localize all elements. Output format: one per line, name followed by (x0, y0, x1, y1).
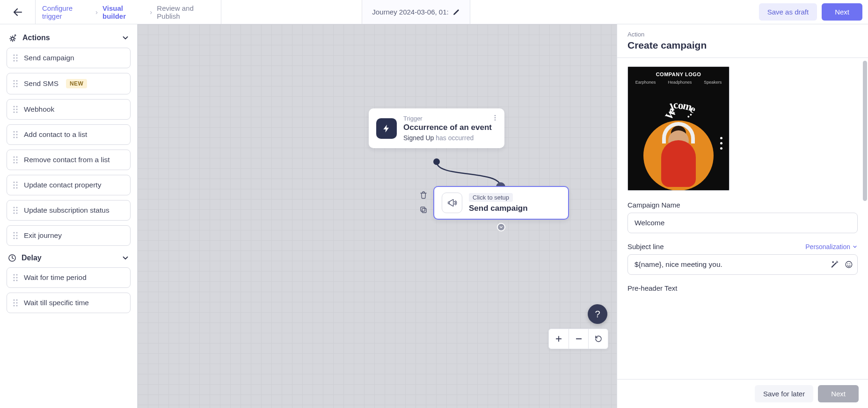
drag-handle-icon (13, 273, 18, 282)
node-trigger[interactable]: Trigger Occurrence of an event Signed Up… (369, 108, 504, 148)
emoji-button[interactable] (845, 260, 853, 269)
subject-input[interactable] (627, 254, 858, 275)
thumb-nav: Earphones Headphones Speakers (628, 80, 729, 85)
delay-label: Wait till specific time (24, 299, 89, 307)
panel-header: Action Create campaign (617, 24, 868, 58)
svg-point-61 (16, 305, 17, 306)
back-button[interactable] (0, 0, 36, 24)
svg-point-15 (13, 108, 15, 110)
top-bar: Configure trigger › Visual builder › Rev… (0, 0, 868, 24)
pencil-icon (452, 8, 460, 16)
svg-point-20 (16, 131, 17, 132)
svg-point-28 (16, 159, 17, 160)
action-add-to-list[interactable]: Add contact to a list (7, 124, 131, 145)
action-update-property[interactable]: Update contact property (7, 175, 131, 195)
drag-handle-icon (13, 79, 18, 88)
svg-point-22 (16, 134, 17, 135)
svg-point-69 (849, 264, 850, 265)
svg-point-42 (16, 212, 17, 214)
svg-point-43 (13, 232, 15, 233)
save-draft-button[interactable]: Save as draft (759, 3, 817, 21)
breadcrumb: Configure trigger › Visual builder › Rev… (36, 0, 221, 24)
svg-point-31 (13, 181, 15, 183)
delay-label: Wait for time period (24, 273, 87, 282)
node-tools (418, 190, 429, 215)
zoom-in-button[interactable] (549, 329, 569, 349)
svg-point-18 (16, 111, 17, 113)
delay-wait-specific[interactable]: Wait till specific time (7, 293, 131, 313)
svg-point-9 (13, 83, 15, 84)
svg-point-27 (13, 159, 15, 160)
svg-point-16 (16, 108, 17, 110)
field-campaign-name: Campaign Name (627, 201, 858, 233)
subject-label: Subject line (627, 243, 664, 251)
chevron-down-icon (121, 34, 130, 42)
journey-name-edit[interactable]: Journey 2024-03-06, 01: (362, 0, 470, 24)
svg-point-25 (13, 156, 15, 157)
svg-point-62 (495, 115, 496, 116)
svg-point-53 (16, 277, 17, 278)
svg-point-34 (16, 184, 17, 186)
panel-subtitle: Action (627, 31, 858, 38)
svg-point-30 (16, 162, 17, 163)
next-button[interactable]: Next (822, 3, 862, 21)
magic-wand-button[interactable] (831, 260, 839, 269)
action-remove-from-list[interactable]: Remove contact from a list (7, 150, 131, 170)
svg-point-8 (16, 80, 17, 81)
svg-point-1 (13, 54, 15, 56)
svg-rect-66 (421, 207, 425, 211)
svg-point-26 (16, 156, 17, 157)
thumb-arc-text: Welcome.. (655, 100, 702, 112)
chevron-right-icon: › (95, 8, 98, 16)
megaphone-icon (442, 193, 462, 213)
settings-panel: Action Create campaign COMPANY LOGO Earp… (617, 24, 868, 408)
svg-point-24 (16, 136, 17, 138)
group-actions-header[interactable]: Actions (7, 33, 130, 43)
svg-point-33 (13, 184, 15, 186)
canvas[interactable]: Trigger Occurrence of an event Signed Up… (138, 24, 617, 408)
zoom-reset-button[interactable] (588, 329, 608, 349)
drag-handle-icon (13, 105, 18, 114)
svg-point-46 (16, 235, 17, 236)
campaign-name-input[interactable] (627, 213, 858, 233)
zoom-out-button[interactable] (569, 329, 588, 349)
svg-point-45 (13, 235, 15, 236)
help-button[interactable]: ? (588, 304, 607, 324)
group-delay-header[interactable]: Delay (7, 253, 130, 263)
connector-out-dot[interactable] (433, 158, 440, 165)
new-badge: NEW (66, 79, 87, 88)
node-detail: Signed Up has occurred (403, 134, 492, 142)
setup-hint: Click to setup (469, 193, 513, 202)
node-menu-button[interactable] (489, 112, 501, 125)
panel-next-button[interactable]: Next (818, 385, 859, 402)
svg-point-6 (16, 60, 17, 61)
svg-point-23 (13, 136, 15, 138)
lightning-icon (376, 118, 397, 139)
delete-node-button[interactable] (418, 190, 429, 200)
save-for-later-button[interactable]: Save for later (755, 385, 813, 402)
action-update-subscription[interactable]: Update subscription status (7, 200, 131, 221)
node-add-below-button[interactable] (497, 223, 505, 231)
action-label: Update subscription status (24, 206, 109, 215)
action-send-sms[interactable]: Send SMS NEW (7, 73, 131, 94)
svg-point-2 (16, 54, 17, 56)
svg-point-19 (13, 131, 15, 132)
template-thumbnail[interactable]: COMPANY LOGO Earphones Headphones Speake… (627, 66, 729, 191)
chevron-down-icon (852, 244, 858, 250)
svg-point-39 (13, 209, 15, 211)
node-send-campaign[interactable]: Click to setup Send campaign (433, 186, 569, 220)
drag-handle-icon (13, 54, 18, 62)
action-send-campaign[interactable]: Send campaign (7, 48, 131, 68)
crumb-visual-builder[interactable]: Visual builder (102, 4, 145, 20)
crumb-configure-trigger[interactable]: Configure trigger (42, 4, 91, 20)
chevron-down-icon (121, 254, 130, 262)
svg-rect-65 (422, 208, 426, 213)
panel-body[interactable]: COMPANY LOGO Earphones Headphones Speake… (617, 58, 868, 379)
action-webhook[interactable]: Webhook (7, 99, 131, 120)
delay-wait-period[interactable]: Wait for time period (7, 267, 131, 288)
personalization-link[interactable]: Personalization (805, 243, 858, 251)
action-exit-journey[interactable]: Exit journey (7, 225, 131, 246)
action-label: Add contact to a list (24, 130, 87, 139)
scrollbar-thumb[interactable] (863, 61, 867, 201)
duplicate-node-button[interactable] (418, 205, 429, 215)
